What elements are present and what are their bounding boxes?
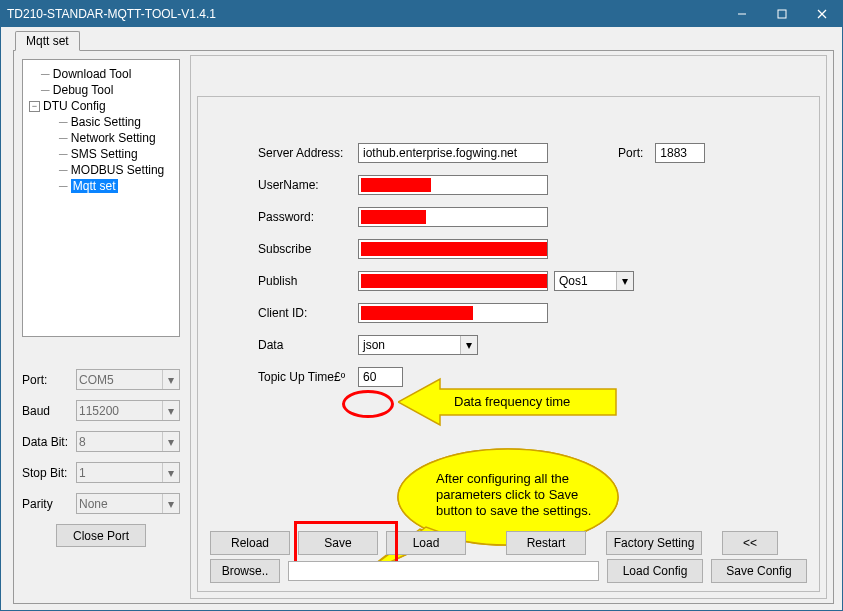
chevron-down-icon: ▾ — [460, 336, 477, 354]
window-title: TD210-STANDAR-MQTT-TOOL-V1.4.1 — [7, 7, 722, 21]
subscribe-input[interactable] — [358, 239, 548, 259]
load-button[interactable]: Load — [386, 531, 466, 555]
username-input[interactable] — [358, 175, 548, 195]
tree-item-basic[interactable]: ─ Basic Setting — [59, 114, 175, 130]
tree-item-modbus[interactable]: ─ MODBUS Setting — [59, 162, 175, 178]
server-address-input[interactable] — [358, 143, 548, 163]
server-port-input[interactable] — [655, 143, 705, 163]
save-button[interactable]: Save — [298, 531, 378, 555]
main-panel: Server Address: Port: UserName: Password… — [190, 55, 827, 599]
tab-header: Mqtt set — [15, 31, 80, 51]
tree-item-network[interactable]: ─ Network Setting — [59, 130, 175, 146]
topic-time-label: Topic Up Time£º — [258, 370, 358, 384]
password-input[interactable] — [358, 207, 548, 227]
close-button[interactable] — [802, 1, 842, 27]
clientid-label: Client ID: — [258, 306, 358, 320]
restart-button[interactable]: Restart — [506, 531, 586, 555]
clientid-input[interactable] — [358, 303, 548, 323]
chevron-down-icon: ▾ — [162, 370, 179, 389]
svg-text:parameters click to Save: parameters click to Save — [436, 487, 578, 502]
minimize-button[interactable] — [722, 1, 762, 27]
port-label: Port: — [618, 146, 643, 160]
factory-setting-button[interactable]: Factory Setting — [606, 531, 702, 555]
tree-item-sms[interactable]: ─ SMS Setting — [59, 146, 175, 162]
tab-frame: ─ Download Tool ─ Debug Tool −DTU Config… — [13, 50, 834, 604]
path-input[interactable] — [288, 561, 599, 581]
port-combo[interactable]: COM5▾ — [76, 369, 180, 390]
chevron-down-icon: ▾ — [162, 494, 179, 513]
annotation-arrow-text: Data frequency time — [454, 394, 570, 409]
back-button[interactable]: << — [722, 531, 778, 555]
tree-item-download[interactable]: ─ Download Tool — [41, 66, 175, 82]
chevron-down-icon: ▾ — [616, 272, 633, 290]
tree-item-dtuconfig[interactable]: −DTU Config — [29, 98, 175, 114]
password-label: Password: — [258, 210, 358, 224]
chevron-down-icon: ▾ — [162, 401, 179, 420]
subscribe-label: Subscribe — [258, 242, 358, 256]
mqtt-form: Server Address: Port: UserName: Password… — [258, 143, 809, 399]
window-body: Mqtt set ─ Download Tool ─ Debug Tool −D… — [1, 27, 842, 610]
chevron-down-icon: ▾ — [162, 432, 179, 451]
server-address-label: Server Address: — [258, 146, 358, 160]
svg-rect-1 — [778, 10, 786, 18]
topic-time-input[interactable] — [358, 367, 403, 387]
publish-input[interactable] — [358, 271, 548, 291]
tab-mqtt-set[interactable]: Mqtt set — [15, 31, 80, 51]
collapse-icon[interactable]: − — [29, 101, 40, 112]
serial-settings: Port: COM5▾ Baud 115200▾ Data Bit: 8▾ St… — [22, 369, 180, 547]
close-port-button[interactable]: Close Port — [56, 524, 146, 547]
svg-text:button to save the settings.: button to save the settings. — [436, 503, 591, 518]
parity-combo[interactable]: None▾ — [76, 493, 180, 514]
tree-item-mqtt[interactable]: ─ Mqtt set — [59, 178, 175, 194]
data-format-label: Data — [258, 338, 358, 352]
load-config-button[interactable]: Load Config — [607, 559, 703, 583]
tree-item-debug[interactable]: ─ Debug Tool — [41, 82, 175, 98]
browse-button[interactable]: Browse.. — [210, 559, 280, 583]
save-config-button[interactable]: Save Config — [711, 559, 807, 583]
reload-button[interactable]: Reload — [210, 531, 290, 555]
stopbit-label: Stop Bit: — [22, 466, 76, 480]
annotation-arrow: Data frequency time — [398, 375, 618, 429]
config-buttons: Browse.. Load Config Save Config — [210, 559, 807, 583]
inner-panel: Server Address: Port: UserName: Password… — [197, 96, 820, 592]
parity-label: Parity — [22, 497, 76, 511]
maximize-button[interactable] — [762, 1, 802, 27]
titlebar: TD210-STANDAR-MQTT-TOOL-V1.4.1 — [1, 1, 842, 27]
baud-combo[interactable]: 115200▾ — [76, 400, 180, 421]
action-buttons: Reload Save Load Restart Factory Setting… — [210, 531, 807, 555]
databit-label: Data Bit: — [22, 435, 76, 449]
baud-label: Baud — [22, 404, 76, 418]
publish-label: Publish — [258, 274, 358, 288]
app-window: TD210-STANDAR-MQTT-TOOL-V1.4.1 Mqtt set … — [0, 0, 843, 611]
data-format-select[interactable]: json▾ — [358, 335, 478, 355]
nav-tree[interactable]: ─ Download Tool ─ Debug Tool −DTU Config… — [22, 59, 180, 337]
chevron-down-icon: ▾ — [162, 463, 179, 482]
svg-text:After configuring all the: After configuring all the — [436, 471, 569, 486]
stopbit-combo[interactable]: 1▾ — [76, 462, 180, 483]
qos-select[interactable]: Qos1▾ — [554, 271, 634, 291]
databit-combo[interactable]: 8▾ — [76, 431, 180, 452]
username-label: UserName: — [258, 178, 358, 192]
port-label: Port: — [22, 373, 76, 387]
sidebar: ─ Download Tool ─ Debug Tool −DTU Config… — [22, 59, 180, 595]
